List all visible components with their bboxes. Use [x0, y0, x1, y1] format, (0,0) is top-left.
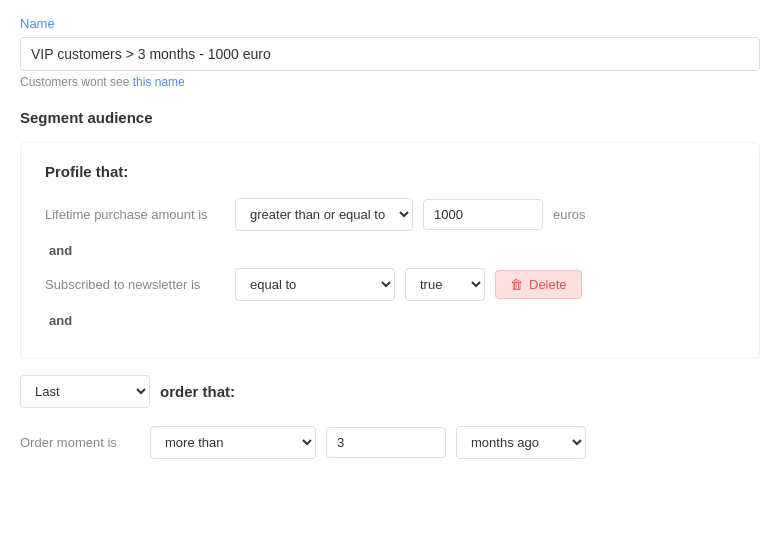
- trash-icon: 🗑: [510, 277, 523, 292]
- hint-link[interactable]: this name: [133, 75, 185, 89]
- order-title: order that:: [160, 383, 235, 400]
- section-audience-title: Segment audience: [20, 109, 760, 126]
- condition-row-2: Subscribed to newsletter is equal to not…: [45, 268, 735, 301]
- delete-button[interactable]: 🗑 Delete: [495, 270, 582, 299]
- condition-unit-1: euros: [553, 207, 586, 222]
- and-label-1: and: [45, 243, 735, 258]
- order-moment-value[interactable]: [326, 427, 446, 458]
- condition-label-1: Lifetime purchase amount is: [45, 207, 225, 222]
- order-moment-unit[interactable]: months ago days ago weeks ago years ago: [456, 426, 586, 459]
- condition-operator-1[interactable]: greater than or equal to equal to greate…: [235, 198, 413, 231]
- order-moment-operator[interactable]: more than less than equal to more than o…: [150, 426, 316, 459]
- name-field-label: Name: [20, 16, 760, 31]
- condition-operator-2[interactable]: equal to not equal to: [235, 268, 395, 301]
- order-section: Last First Any order that:: [20, 375, 760, 408]
- and-label-2: and: [45, 313, 735, 328]
- condition-label-2: Subscribed to newsletter is: [45, 277, 225, 292]
- order-moment-label: Order moment is: [20, 435, 140, 450]
- condition-row-1: Lifetime purchase amount is greater than…: [45, 198, 735, 231]
- profile-box: Profile that: Lifetime purchase amount i…: [20, 142, 760, 359]
- profile-title: Profile that:: [45, 163, 735, 180]
- order-condition-row: Order moment is more than less than equa…: [20, 426, 760, 459]
- delete-label: Delete: [529, 277, 567, 292]
- order-type-select[interactable]: Last First Any: [20, 375, 150, 408]
- hint-text: Customers wont see this name: [20, 75, 760, 89]
- condition-value-1[interactable]: [423, 199, 543, 230]
- name-input[interactable]: [20, 37, 760, 71]
- condition-value-select-2[interactable]: true false: [405, 268, 485, 301]
